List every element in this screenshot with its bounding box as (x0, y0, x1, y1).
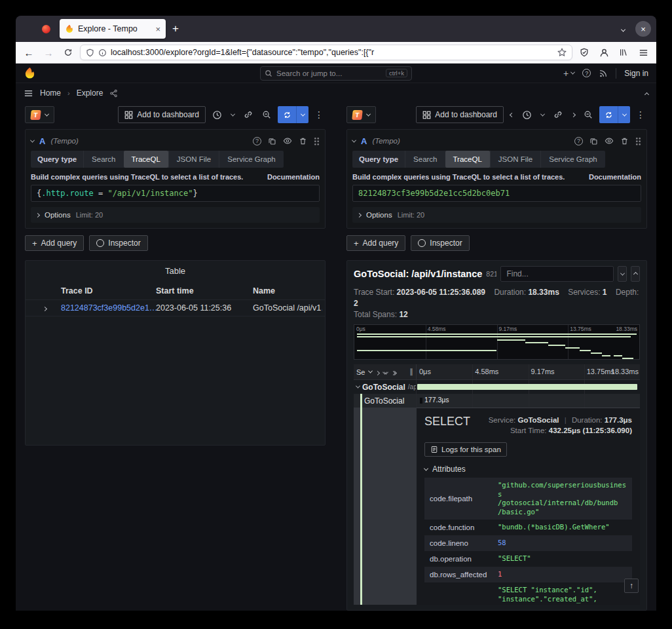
time-picker-button[interactable] (210, 106, 224, 123)
add-query-button[interactable]: + Add query (346, 235, 405, 251)
tab-traceql[interactable]: TraceQL (124, 151, 168, 168)
query-help-icon[interactable]: ? (574, 137, 583, 145)
window-close-button[interactable]: × (635, 21, 651, 37)
time-picker-caret[interactable] (538, 106, 547, 123)
pane-kebab-menu[interactable]: ⋮ (634, 109, 647, 120)
scroll-to-top-button[interactable]: ↑ (624, 579, 639, 593)
tab-list-chevron-icon[interactable] (622, 23, 625, 35)
expand-all-icon[interactable] (392, 368, 396, 376)
back-button[interactable]: ← (21, 47, 37, 58)
run-query-caret[interactable] (296, 106, 308, 123)
tab-json-file[interactable]: JSON File (168, 151, 219, 168)
tab-service-graph[interactable]: Service Graph (540, 151, 605, 168)
collapse-all-icon[interactable] (383, 368, 388, 376)
drag-handle-icon[interactable] (635, 137, 641, 145)
zoom-out-button[interactable] (581, 106, 595, 123)
find-prev-button[interactable] (618, 266, 627, 282)
breadcrumb-explore[interactable]: Explore (77, 88, 103, 98)
tab-service-graph[interactable]: Service Graph (219, 151, 284, 168)
datasource-picker[interactable]: T (346, 106, 376, 123)
collapse-one-icon[interactable] (376, 368, 379, 376)
time-shift-forward-button[interactable] (569, 106, 577, 123)
add-to-dashboard-button[interactable]: Add to dashboard (416, 106, 504, 123)
sign-in-link[interactable]: Sign in (624, 69, 648, 78)
run-query-caret[interactable] (618, 106, 630, 123)
grafana-logo[interactable] (24, 67, 36, 79)
traceql-query-input[interactable]: 82124873cf3e99b5d2e1cc5d2bc0eb71 (352, 185, 641, 202)
copy-link-button[interactable] (551, 106, 565, 123)
logs-for-span-button[interactable]: Logs for this span (424, 442, 507, 457)
col-name[interactable]: Name (253, 286, 322, 295)
pane-kebab-menu[interactable]: ⋮ (312, 109, 326, 120)
mega-menu-toggle[interactable] (24, 88, 33, 98)
hide-query-eye-icon[interactable] (283, 136, 292, 145)
collapse-query-chevron[interactable] (352, 138, 356, 142)
sort-chevron-icon[interactable] (368, 369, 373, 373)
attribute-row[interactable]: code.lineno 58 (424, 535, 632, 551)
run-query-button[interactable] (278, 106, 308, 123)
service-column-header[interactable]: Se (356, 368, 365, 376)
options-toggle[interactable]: Options Limit: 20 (352, 207, 641, 223)
inspector-button[interactable]: Inspector (89, 235, 147, 251)
add-to-dashboard-button[interactable]: Add to dashboard (118, 106, 206, 123)
tab-json-file[interactable]: JSON File (490, 151, 540, 168)
trace-minimap[interactable]: 0μs 4.58ms 9.17ms 13.75ms 18.33ms (354, 324, 640, 360)
duplicate-query-icon[interactable] (268, 137, 276, 145)
find-input[interactable] (500, 266, 614, 282)
new-tab-button[interactable]: + (172, 22, 179, 35)
security-badge-icon[interactable] (576, 45, 592, 60)
add-new-dropdown[interactable]: + (563, 68, 574, 79)
attribute-row[interactable]: code.filepath "github.com/superseriousbu… (424, 478, 632, 520)
time-picker-button[interactable] (519, 106, 534, 123)
tab-close-icon[interactable]: × (155, 25, 160, 33)
url-text[interactable]: localhost:3000/explore?orgId=1&left={"da… (111, 48, 553, 57)
query-help-icon[interactable]: ? (253, 137, 261, 145)
news-rss-icon[interactable] (599, 69, 608, 78)
time-picker-caret[interactable] (228, 106, 237, 123)
col-trace-id[interactable]: Trace ID (61, 286, 156, 295)
zoom-out-button[interactable] (259, 106, 274, 123)
collapse-section-chevron[interactable] (645, 87, 648, 99)
add-query-button[interactable]: + Add query (25, 235, 84, 251)
refresh-icon[interactable] (278, 106, 296, 123)
drag-handle-icon[interactable] (314, 137, 320, 145)
site-info-icon[interactable] (98, 48, 107, 57)
copy-link-button[interactable] (241, 106, 255, 123)
breadcrumb-home[interactable]: Home (40, 88, 61, 98)
query-ref[interactable]: A (39, 136, 45, 146)
find-next-button[interactable] (631, 266, 640, 282)
query-ref[interactable]: A (361, 136, 367, 146)
panel-title[interactable]: Table (26, 265, 325, 282)
span-row-selected[interactable]: GoToSocial 177.3μs (354, 394, 640, 408)
delete-query-icon[interactable] (620, 137, 629, 145)
library-icon[interactable] (616, 45, 631, 60)
duplicate-query-icon[interactable] (589, 137, 598, 145)
attribute-row[interactable]: db.rows_affected 1 (424, 567, 632, 582)
help-icon[interactable]: ? (582, 69, 591, 77)
attribute-row[interactable]: code.function "bundb.(*basicDB).GetWhere… (424, 520, 632, 535)
tracking-shield-icon[interactable] (86, 48, 94, 57)
browser-tab[interactable]: Explore - Tempo × (60, 19, 166, 39)
options-toggle[interactable]: Options Limit: 20 (31, 207, 320, 223)
table-row[interactable]: 82124873cf3e99b5d2e1… 2023-06-05 11:25:3… (26, 299, 325, 316)
attributes-toggle[interactable]: Attributes (424, 465, 632, 474)
time-shift-back-button[interactable] (508, 106, 515, 123)
column-resize-handle[interactable]: ∥ (410, 368, 414, 376)
search-input[interactable] (276, 69, 382, 77)
inspector-button[interactable]: Inspector (411, 235, 469, 251)
span-bar[interactable] (417, 384, 637, 390)
col-start-time[interactable]: Start time (156, 286, 253, 295)
bookmark-star-icon[interactable] (557, 48, 567, 57)
datasource-picker[interactable]: T (25, 106, 54, 123)
tab-search[interactable]: Search (83, 151, 123, 168)
pane-splitter[interactable] (326, 105, 346, 611)
url-bar[interactable]: localhost:3000/explore?orgId=1&left={"da… (80, 45, 572, 60)
traceql-query-input[interactable]: {.http.route = "/api/v1/instance"} (31, 185, 320, 202)
row-expand-chevron[interactable] (28, 303, 61, 313)
reload-button[interactable] (60, 45, 76, 60)
span-bar[interactable] (420, 398, 422, 404)
run-query-button[interactable] (599, 106, 630, 123)
tab-traceql[interactable]: TraceQL (445, 151, 490, 168)
refresh-icon[interactable] (599, 106, 618, 123)
global-search[interactable]: ctrl+k (260, 66, 412, 81)
